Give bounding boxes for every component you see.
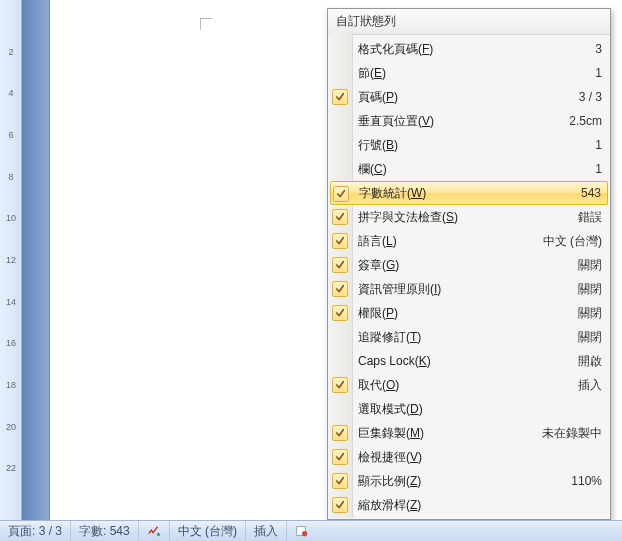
check-icon <box>332 377 348 393</box>
status-overtype[interactable]: 插入 <box>246 521 287 541</box>
menu-item-value: 關閉 <box>570 257 602 274</box>
ruler-number: 8 <box>0 172 22 182</box>
menu-item[interactable]: 簽章(G)關閉 <box>328 253 610 277</box>
customize-statusbar-menu[interactable]: 自訂狀態列 格式化頁碼(F)3節(E)1頁碼(P)3 / 3垂直頁位置(V)2.… <box>327 8 611 520</box>
check-icon <box>332 425 348 441</box>
menu-item[interactable]: 語言(L)中文 (台灣) <box>328 229 610 253</box>
check-icon <box>332 449 348 465</box>
menu-item-label: 權限(P) <box>358 305 570 322</box>
menu-item-label: 頁碼(P) <box>358 89 571 106</box>
status-spellcheck[interactable] <box>139 521 170 541</box>
menu-item[interactable]: 垂直頁位置(V)2.5cm <box>328 109 610 133</box>
menu-item-value: 未在錄製中 <box>534 425 602 442</box>
menu-item[interactable]: Caps Lock(K)開啟 <box>328 349 610 373</box>
menu-item-value: 中文 (台灣) <box>535 233 602 250</box>
menu-item-label: 拼字與文法檢查(S) <box>358 209 570 226</box>
menu-item-label: 行號(B) <box>358 137 587 154</box>
menu-item-label: 字數統計(W) <box>359 185 573 202</box>
menu-item[interactable]: 巨集錄製(M)未在錄製中 <box>328 421 610 445</box>
menu-item[interactable]: 取代(O)插入 <box>328 373 610 397</box>
menu-item[interactable]: 資訊管理原則(I)關閉 <box>328 277 610 301</box>
menu-item-value: 1 <box>587 138 602 152</box>
menu-item-label: 格式化頁碼(F) <box>358 41 587 58</box>
menu-item[interactable]: 選取模式(D) <box>328 397 610 421</box>
status-wordcount[interactable]: 字數: 543 <box>71 521 139 541</box>
ruler-number: 20 <box>0 422 22 432</box>
ruler-number: 6 <box>0 130 22 140</box>
menu-item-label: 取代(O) <box>358 377 570 394</box>
menu-item-label: 語言(L) <box>358 233 535 250</box>
menu-item-value: 開啟 <box>570 353 602 370</box>
menu-item-value: 錯誤 <box>570 209 602 226</box>
menu-item-label: 垂直頁位置(V) <box>358 113 561 130</box>
menu-item[interactable]: 拼字與文法檢查(S)錯誤 <box>328 205 610 229</box>
status-language[interactable]: 中文 (台灣) <box>170 521 246 541</box>
menu-title: 自訂狀態列 <box>328 9 610 35</box>
status-macro[interactable] <box>287 521 317 541</box>
check-icon <box>333 186 349 202</box>
check-icon <box>332 497 348 513</box>
menu-item-value: 關閉 <box>570 305 602 322</box>
check-icon <box>332 473 348 489</box>
check-icon <box>332 257 348 273</box>
status-page[interactable]: 頁面: 3 / 3 <box>0 521 71 541</box>
menu-item-label: 追蹤修訂(T) <box>358 329 570 346</box>
check-icon <box>332 233 348 249</box>
menu-item-label: 檢視捷徑(V) <box>358 449 594 466</box>
menu-item-value: 關閉 <box>570 329 602 346</box>
menu-item-label: Caps Lock(K) <box>358 354 570 368</box>
check-icon <box>332 281 348 297</box>
menu-item[interactable]: 節(E)1 <box>328 61 610 85</box>
document-margin <box>22 0 50 520</box>
menu-item-value: 1 <box>587 162 602 176</box>
menu-item-value: 110% <box>563 474 602 488</box>
menu-item-label: 簽章(G) <box>358 257 570 274</box>
menu-item-label: 巨集錄製(M) <box>358 425 534 442</box>
menu-item[interactable]: 縮放滑桿(Z) <box>328 493 610 517</box>
menu-item-value: 2.5cm <box>561 114 602 128</box>
menu-item[interactable]: 欄(C)1 <box>328 157 610 181</box>
check-icon <box>332 209 348 225</box>
menu-item-value: 關閉 <box>570 281 602 298</box>
menu-item[interactable]: 字數統計(W)543 <box>330 181 608 205</box>
ruler-number: 16 <box>0 338 22 348</box>
menu-item-label: 節(E) <box>358 65 587 82</box>
spellcheck-icon <box>147 524 161 538</box>
status-bar: 頁面: 3 / 3 字數: 543 中文 (台灣) 插入 <box>0 520 622 541</box>
menu-item[interactable]: 頁碼(P)3 / 3 <box>328 85 610 109</box>
menu-item-value: 3 <box>587 42 602 56</box>
ruler-number: 12 <box>0 255 22 265</box>
menu-item[interactable]: 檢視捷徑(V) <box>328 445 610 469</box>
menu-item-label: 縮放滑桿(Z) <box>358 497 594 514</box>
ruler-number: 14 <box>0 297 22 307</box>
ruler-number: 10 <box>0 213 22 223</box>
menu-items: 格式化頁碼(F)3節(E)1頁碼(P)3 / 3垂直頁位置(V)2.5cm行號(… <box>328 35 610 519</box>
menu-item-label: 顯示比例(Z) <box>358 473 563 490</box>
vertical-ruler: 246810121416182022 <box>0 0 22 520</box>
check-icon <box>332 305 348 321</box>
page-corner-mark <box>200 18 212 30</box>
menu-item[interactable]: 顯示比例(Z)110% <box>328 469 610 493</box>
menu-item[interactable]: 追蹤修訂(T)關閉 <box>328 325 610 349</box>
menu-item-label: 欄(C) <box>358 161 587 178</box>
menu-item-label: 選取模式(D) <box>358 401 594 418</box>
check-icon <box>332 89 348 105</box>
menu-item-value: 插入 <box>570 377 602 394</box>
menu-item-label: 資訊管理原則(I) <box>358 281 570 298</box>
ruler-number: 18 <box>0 380 22 390</box>
menu-item[interactable]: 權限(P)關閉 <box>328 301 610 325</box>
ruler-number: 4 <box>0 88 22 98</box>
svg-point-2 <box>302 531 307 536</box>
ruler-number: 2 <box>0 47 22 57</box>
menu-item-value: 543 <box>573 186 601 200</box>
menu-item-value: 1 <box>587 66 602 80</box>
menu-item-value: 3 / 3 <box>571 90 602 104</box>
ruler-number: 22 <box>0 463 22 473</box>
menu-item[interactable]: 格式化頁碼(F)3 <box>328 37 610 61</box>
svg-point-0 <box>156 533 160 537</box>
macro-record-icon <box>295 524 309 538</box>
menu-item[interactable]: 行號(B)1 <box>328 133 610 157</box>
